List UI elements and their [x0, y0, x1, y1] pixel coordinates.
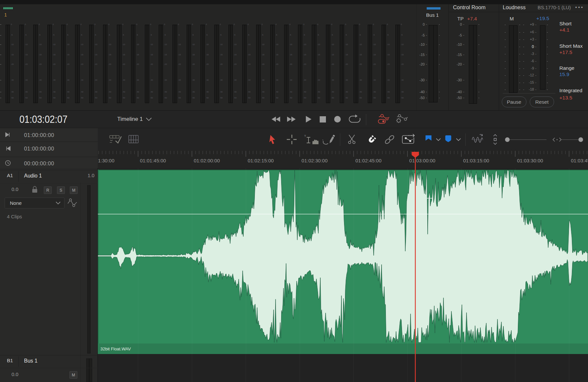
svg-text:01:03:45:00: 01:03:45:00 — [571, 158, 588, 163]
svg-text:01:03:00:00: 01:03:00:00 — [409, 158, 435, 163]
svg-text:01:03:30:00: 01:03:30:00 — [517, 158, 543, 163]
svg-text:T: T — [304, 134, 306, 138]
svg-text:32bit Float.WAV: 32bit Float.WAV — [100, 346, 131, 351]
svg-text:01:02:00:00: 01:02:00:00 — [194, 158, 220, 163]
svg-text:1:30:00: 1:30:00 — [98, 158, 115, 163]
svg-text:01:01:45:00: 01:01:45:00 — [140, 158, 166, 163]
svg-text:01:03:15:00: 01:03:15:00 — [463, 158, 489, 163]
svg-text:01:02:30:00: 01:02:30:00 — [302, 158, 328, 163]
svg-text:01:02:15:00: 01:02:15:00 — [248, 158, 274, 163]
svg-text:01:02:45:00: 01:02:45:00 — [356, 158, 382, 163]
